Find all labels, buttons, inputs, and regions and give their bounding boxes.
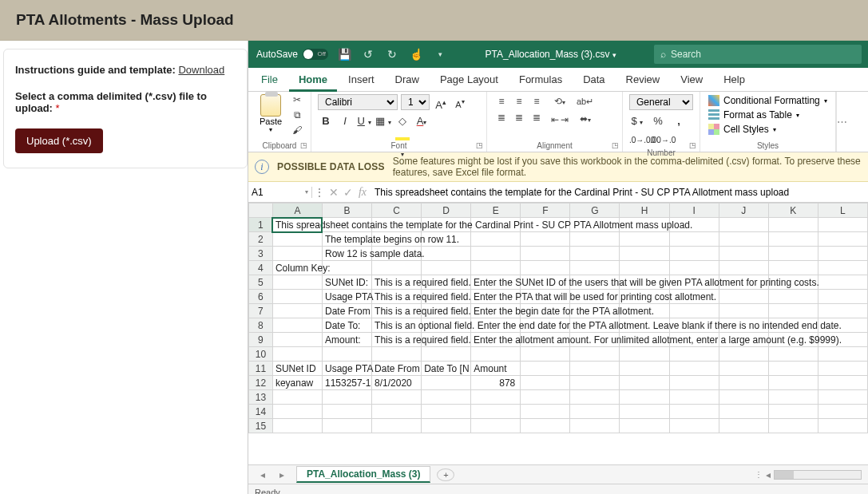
tab-home[interactable]: Home <box>289 68 337 92</box>
horizontal-scrollbar[interactable] <box>774 470 862 480</box>
cancel-icon[interactable]: ⋮ <box>312 182 327 202</box>
clipboard-launcher-icon[interactable]: ◳ <box>300 141 307 149</box>
tab-view[interactable]: View <box>671 68 712 92</box>
hscroll-left-icon[interactable]: ◂ <box>766 469 771 480</box>
col-header[interactable]: E <box>471 204 521 218</box>
cell-styles-icon <box>708 124 719 135</box>
fill-color-icon[interactable]: ◇▾ <box>394 113 410 129</box>
tab-file[interactable]: File <box>252 68 287 92</box>
align-bottom-icon[interactable]: ≡ <box>529 94 545 109</box>
select-all-corner[interactable] <box>249 204 273 218</box>
borders-icon[interactable]: ▦ ▾ <box>375 113 391 129</box>
col-header[interactable]: A <box>272 204 322 218</box>
format-painter-icon[interactable]: 🖌 <box>290 124 304 137</box>
search-input[interactable] <box>671 49 855 60</box>
excel-window: AutoSave Off 💾 ↺ ↻ ☝ ▾ PTA_Allocation_Ma… <box>248 41 868 494</box>
group-alignment: ≡ ≡ ≡ ≣ ≣ ≣ ⟲▾ ⇤ ⇥ <box>487 92 623 152</box>
col-header[interactable]: F <box>521 204 570 218</box>
wrap-text-icon[interactable]: ab↵ <box>577 94 593 109</box>
col-header[interactable]: L <box>818 204 867 218</box>
conditional-formatting-button[interactable]: Conditional Formatting ▾ <box>707 94 829 107</box>
sheet-next-icon[interactable]: ▸ <box>279 469 284 480</box>
worksheet-grid[interactable]: A B C D E F G H I J K L 1This spreadshee… <box>248 203 868 464</box>
align-top-icon[interactable]: ≡ <box>493 94 509 109</box>
merge-center-icon[interactable]: ⬌▾ <box>577 112 593 128</box>
tab-page-layout[interactable]: Page Layout <box>430 68 508 92</box>
decrease-decimal-icon[interactable]: .00→.0 <box>650 132 666 148</box>
redo-icon[interactable]: ↻ <box>384 48 400 61</box>
save-icon[interactable]: 💾 <box>336 48 352 61</box>
download-link[interactable]: Download <box>178 64 224 76</box>
col-header[interactable]: I <box>669 204 719 218</box>
fx-icon[interactable]: fx <box>355 182 370 202</box>
align-middle-icon[interactable]: ≡ <box>511 94 527 109</box>
font-size-select[interactable]: 11 <box>401 94 430 110</box>
increase-indent-icon[interactable]: ⇥ <box>561 113 569 127</box>
align-center-icon[interactable]: ≣ <box>511 110 527 124</box>
ribbon-overflow-icon[interactable]: ⋯ <box>836 92 847 152</box>
increase-decimal-icon[interactable]: .0→.00 <box>629 132 645 148</box>
tab-data[interactable]: Data <box>573 68 614 92</box>
cut-icon[interactable]: ✂ <box>290 94 304 107</box>
search-box[interactable]: ⌕ <box>654 45 862 64</box>
underline-icon[interactable]: U ▾ <box>356 113 372 129</box>
tab-help[interactable]: Help <box>714 68 755 92</box>
col-header[interactable]: C <box>372 204 422 218</box>
document-name[interactable]: PTA_Allocation_Mass (3).csv▾ <box>448 49 654 60</box>
number-format-select[interactable]: General <box>629 94 693 110</box>
col-header[interactable]: H <box>620 204 669 218</box>
upload-panel: Instructions guide and template: Downloa… <box>3 49 248 168</box>
touch-mode-icon[interactable]: ☝ <box>408 48 424 61</box>
font-launcher-icon[interactable]: ◳ <box>476 141 483 149</box>
decrease-indent-icon[interactable]: ⇤ <box>551 113 559 127</box>
group-clipboard: Paste ▾ ✂ ⧉ 🖌 Clipboard ◳ <box>248 92 311 152</box>
alignment-launcher-icon[interactable]: ◳ <box>612 141 619 149</box>
tab-draw[interactable]: Draw <box>386 68 429 92</box>
col-header[interactable]: G <box>570 204 620 218</box>
font-name-select[interactable]: Calibri <box>318 94 398 110</box>
font-color-icon[interactable]: A▾ <box>414 113 430 129</box>
select-file-label: Select a comma delimited (*.csv) file to… <box>15 90 236 114</box>
tab-formulas[interactable]: Formulas <box>509 68 572 92</box>
col-header[interactable]: D <box>422 204 471 218</box>
tab-insert[interactable]: Insert <box>339 68 384 92</box>
col-header[interactable]: B <box>322 204 371 218</box>
format-as-table-button[interactable]: Format as Table ▾ <box>707 109 829 121</box>
name-box[interactable]: A1▾ <box>248 187 312 198</box>
number-launcher-icon[interactable]: ◳ <box>689 141 696 149</box>
add-sheet-icon[interactable]: + <box>437 468 454 481</box>
tab-review[interactable]: Review <box>616 68 670 92</box>
autosave-toggle[interactable]: AutoSave Off <box>256 49 328 60</box>
formula-bar: A1▾ ⋮ ✕ ✓ fx This spreadsheet contains t… <box>248 182 868 203</box>
paste-button[interactable]: Paste ▾ <box>255 94 287 133</box>
italic-icon[interactable]: I <box>337 113 353 129</box>
sheet-prev-icon[interactable]: ◂ <box>260 469 265 480</box>
undo-icon[interactable]: ↺ <box>360 48 376 61</box>
sheet-tab[interactable]: PTA_Allocation_Mass (3) <box>296 466 430 483</box>
orientation-icon[interactable]: ⟲▾ <box>551 94 569 110</box>
hscroll-left-icon[interactable]: ⋮ <box>755 470 763 479</box>
cell-styles-button[interactable]: Cell Styles ▾ <box>707 123 829 136</box>
col-header[interactable]: J <box>719 204 768 218</box>
col-header[interactable]: K <box>768 204 818 218</box>
align-right-icon[interactable]: ≣ <box>529 110 545 124</box>
group-font: Calibri 11 A▴ A▾ B I U ▾ ▦ ▾ ◇▾ A▾ Font <box>311 92 487 152</box>
sheet-tab-bar: ◂ ▸ PTA_Allocation_Mass (3) + ⋮ ◂ <box>248 464 868 484</box>
upload-button[interactable]: Upload (*.csv) <box>15 128 103 153</box>
comma-style-icon[interactable]: , <box>671 113 687 129</box>
formula-input[interactable]: This spreadsheet contains the template f… <box>370 187 868 198</box>
title-bar: AutoSave Off 💾 ↺ ↻ ☝ ▾ PTA_Allocation_Ma… <box>248 41 868 68</box>
info-icon: i <box>255 160 269 174</box>
enter-icon[interactable]: ✓ <box>341 182 355 202</box>
increase-font-icon[interactable]: A▴ <box>433 94 449 110</box>
align-left-icon[interactable]: ≣ <box>493 110 509 124</box>
accounting-format-icon[interactable]: $ ▾ <box>629 113 645 129</box>
percent-icon[interactable]: % <box>650 113 666 129</box>
customize-qat-icon[interactable]: ▾ <box>432 50 448 58</box>
cancel-icon[interactable]: ✕ <box>327 182 341 202</box>
copy-icon[interactable]: ⧉ <box>290 109 304 122</box>
decrease-font-icon[interactable]: A▾ <box>452 94 468 110</box>
clipboard-icon <box>260 94 281 117</box>
bold-icon[interactable]: B <box>318 113 334 129</box>
format-as-table-icon <box>708 109 719 121</box>
